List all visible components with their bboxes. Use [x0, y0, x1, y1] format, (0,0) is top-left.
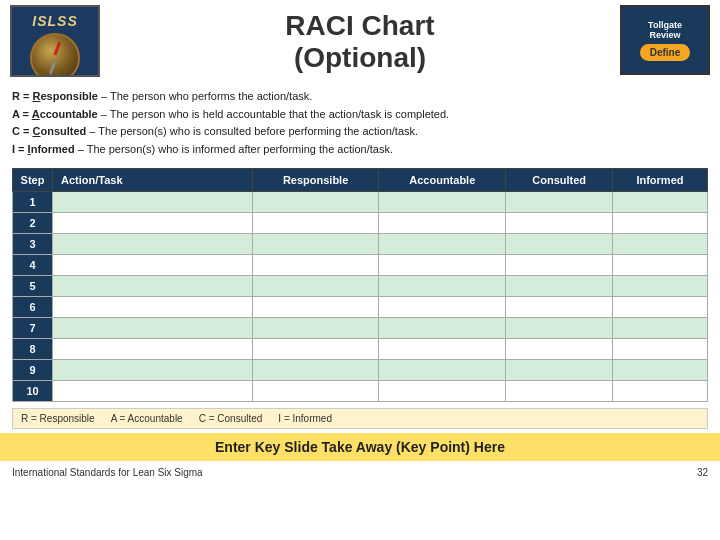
cell-accountable[interactable]	[379, 360, 506, 381]
page-title: RACI Chart (Optional)	[285, 10, 434, 74]
cell-accountable[interactable]	[379, 297, 506, 318]
table-header-row: Step Action/Task Responsible Accountable…	[13, 169, 708, 192]
cell-step: 4	[13, 255, 53, 276]
def-i: I = Informed – The person(s) who is info…	[12, 141, 708, 159]
cell-responsible[interactable]	[253, 381, 379, 402]
raci-table-wrapper: Step Action/Task Responsible Accountable…	[0, 168, 720, 402]
key-r: R = Responsible	[21, 413, 95, 424]
cell-accountable[interactable]	[379, 234, 506, 255]
table-row: 3	[13, 234, 708, 255]
logo: ISLSS	[10, 5, 100, 77]
table-row: 7	[13, 318, 708, 339]
cell-action[interactable]	[53, 234, 253, 255]
cell-consulted[interactable]	[506, 381, 612, 402]
cell-consulted[interactable]	[506, 213, 612, 234]
def-r: R = Responsible – The person who perform…	[12, 88, 708, 106]
cell-action[interactable]	[53, 192, 253, 213]
cell-step: 10	[13, 381, 53, 402]
page-number: 32	[697, 467, 708, 478]
cell-responsible[interactable]	[253, 297, 379, 318]
col-action: Action/Task	[53, 169, 253, 192]
cell-step: 6	[13, 297, 53, 318]
cell-step: 9	[13, 360, 53, 381]
key-takeaway-bar: Enter Key Slide Take Away (Key Point) He…	[0, 433, 720, 461]
cell-accountable[interactable]	[379, 192, 506, 213]
cell-responsible[interactable]	[253, 255, 379, 276]
cell-action[interactable]	[53, 318, 253, 339]
def-c: C = Consulted – The person(s) who is con…	[12, 123, 708, 141]
org-label: International Standards for Lean Six Sig…	[12, 467, 203, 478]
cell-informed[interactable]	[612, 360, 707, 381]
cell-accountable[interactable]	[379, 318, 506, 339]
cell-action[interactable]	[53, 339, 253, 360]
cell-consulted[interactable]	[506, 297, 612, 318]
compass-icon	[30, 33, 80, 77]
cell-accountable[interactable]	[379, 255, 506, 276]
cell-accountable[interactable]	[379, 213, 506, 234]
cell-action[interactable]	[53, 276, 253, 297]
key-a: A = Accountable	[111, 413, 183, 424]
cell-consulted[interactable]	[506, 339, 612, 360]
cell-consulted[interactable]	[506, 192, 612, 213]
cell-informed[interactable]	[612, 213, 707, 234]
cell-action[interactable]	[53, 297, 253, 318]
col-informed: Informed	[612, 169, 707, 192]
cell-step: 5	[13, 276, 53, 297]
cell-action[interactable]	[53, 213, 253, 234]
cell-accountable[interactable]	[379, 276, 506, 297]
footer-key: R = Responsible A = Accountable C = Cons…	[12, 408, 708, 429]
compass-needle-north	[54, 41, 62, 55]
cell-action[interactable]	[53, 381, 253, 402]
key-i: I = Informed	[278, 413, 332, 424]
define-button[interactable]: Define	[640, 44, 691, 61]
cell-responsible[interactable]	[253, 213, 379, 234]
cell-consulted[interactable]	[506, 234, 612, 255]
cell-consulted[interactable]	[506, 360, 612, 381]
table-row: 4	[13, 255, 708, 276]
table-row: 9	[13, 360, 708, 381]
table-row: 1	[13, 192, 708, 213]
cell-informed[interactable]	[612, 381, 707, 402]
cell-responsible[interactable]	[253, 339, 379, 360]
cell-step: 1	[13, 192, 53, 213]
cell-informed[interactable]	[612, 255, 707, 276]
col-step: Step	[13, 169, 53, 192]
cell-responsible[interactable]	[253, 234, 379, 255]
cell-informed[interactable]	[612, 276, 707, 297]
cell-informed[interactable]	[612, 318, 707, 339]
table-row: 6	[13, 297, 708, 318]
cell-accountable[interactable]	[379, 339, 506, 360]
header: ISLSS RACI Chart (Optional) Tollgate Rev…	[0, 0, 720, 82]
cell-responsible[interactable]	[253, 360, 379, 381]
cell-action[interactable]	[53, 360, 253, 381]
cell-step: 2	[13, 213, 53, 234]
cell-informed[interactable]	[612, 192, 707, 213]
cell-action[interactable]	[53, 255, 253, 276]
compass-needle-south	[49, 60, 57, 74]
title-area: RACI Chart (Optional)	[285, 10, 434, 74]
cell-responsible[interactable]	[253, 276, 379, 297]
cell-informed[interactable]	[612, 297, 707, 318]
raci-table: Step Action/Task Responsible Accountable…	[12, 168, 708, 402]
cell-responsible[interactable]	[253, 192, 379, 213]
cell-consulted[interactable]	[506, 255, 612, 276]
cell-consulted[interactable]	[506, 276, 612, 297]
page-footer: International Standards for Lean Six Sig…	[0, 465, 720, 480]
cell-informed[interactable]	[612, 234, 707, 255]
definitions-section: R = Responsible – The person who perform…	[0, 82, 720, 164]
tollgate-label: Tollgate Review	[648, 20, 682, 40]
def-a: A = Accountable – The person who is held…	[12, 106, 708, 124]
tollgate-box: Tollgate Review Define	[620, 5, 710, 75]
cell-consulted[interactable]	[506, 318, 612, 339]
table-body: 1 2 3 4 5	[13, 192, 708, 402]
key-c: C = Consulted	[199, 413, 263, 424]
col-accountable: Accountable	[379, 169, 506, 192]
table-row: 10	[13, 381, 708, 402]
cell-responsible[interactable]	[253, 318, 379, 339]
logo-text: ISLSS	[12, 7, 98, 29]
col-consulted: Consulted	[506, 169, 612, 192]
cell-accountable[interactable]	[379, 381, 506, 402]
cell-step: 3	[13, 234, 53, 255]
cell-informed[interactable]	[612, 339, 707, 360]
col-responsible: Responsible	[253, 169, 379, 192]
